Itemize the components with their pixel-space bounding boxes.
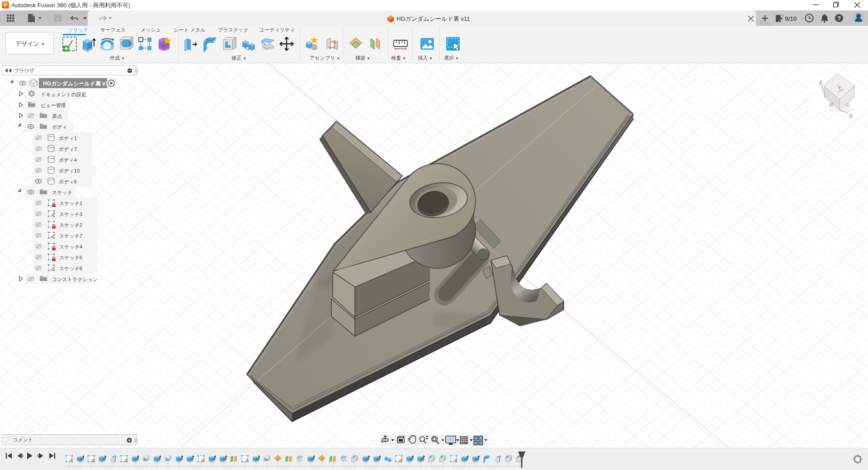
svg-text:ドキュメントの設定: ドキュメントの設定 — [41, 92, 86, 97]
svg-text:コンストラクション: コンストラクション — [52, 277, 98, 282]
svg-text:スケッチ3: スケッチ3 — [59, 212, 82, 217]
svg-text:ボディ4: ボディ4 — [59, 157, 77, 163]
svg-text:Z: Z — [819, 80, 822, 85]
svg-text:スケッチ7: スケッチ7 — [59, 233, 82, 239]
svg-text:スケッチ5: スケッチ5 — [59, 255, 82, 260]
svg-text:スケッチ2: スケッチ2 — [59, 222, 82, 228]
svg-text:前: 前 — [828, 102, 834, 108]
svg-text:スケッチ1: スケッチ1 — [59, 201, 82, 206]
svg-text:スケッチ: スケッチ — [52, 190, 72, 195]
svg-text:ボディ: ボディ — [52, 124, 67, 130]
svg-text:スケッチ6: スケッチ6 — [59, 266, 82, 271]
svg-text:ボディ6: ボディ6 — [59, 179, 77, 184]
svg-text:HGガンダムシールド裏 v11: HGガンダムシールド裏 v11 — [396, 15, 470, 22]
svg-text:9/10: 9/10 — [785, 15, 797, 22]
svg-text:X: X — [849, 113, 853, 119]
svg-text:ボディ1: ボディ1 — [59, 136, 77, 141]
svg-text:スケッチ4: スケッチ4 — [59, 244, 82, 249]
svg-text:ボディ10: ボディ10 — [59, 168, 80, 174]
svg-text:F: F — [4, 2, 7, 8]
svg-text:ビュー管理: ビュー管理 — [41, 103, 66, 108]
svg-text:HGガンダムシールド裏 v11: HGガンダムシールド裏 v11 — [43, 80, 111, 87]
svg-text:?: ? — [837, 15, 841, 22]
svg-text:ボディ7: ボディ7 — [59, 146, 77, 152]
svg-text:原点: 原点 — [52, 113, 62, 119]
